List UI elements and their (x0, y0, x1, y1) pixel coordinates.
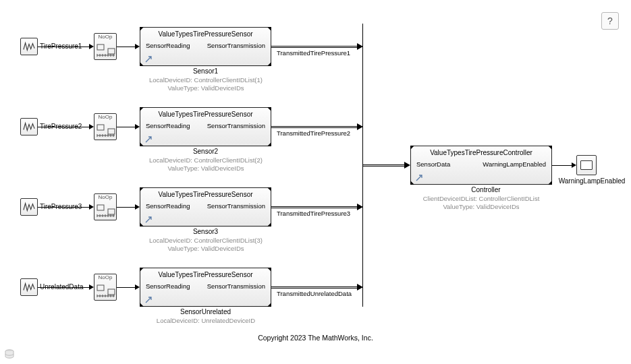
sensor-in-port: SensorReading (146, 42, 190, 49)
wire (38, 127, 92, 127)
sensor-param2-2: ValueType: ValidDeviceIDs (132, 164, 280, 173)
controller-param2: ValueType: ValidDeviceIDs (410, 203, 552, 211)
sensor-out-port: SensorTransmission (207, 42, 265, 49)
sensor-in-port: SensorReading (146, 122, 190, 129)
sensor-param1-4: LocalDeviceID: UnrelatedDeviceID (132, 317, 280, 325)
sensor-param1-1: LocalDeviceID: ControllerClientIDList(1) (132, 76, 280, 84)
signal-icon (23, 40, 35, 53)
link-icon (144, 296, 153, 304)
sensor-out-port: SensorTransmission (207, 122, 265, 129)
sensor-param1-2: LocalDeviceID: ControllerClientIDList(2) (132, 156, 280, 164)
sensor-in-port: SensorReading (146, 202, 190, 210)
link-icon (144, 135, 153, 144)
arrow-icon (89, 44, 94, 49)
bus-wire (271, 286, 359, 289)
arrow-icon (135, 284, 140, 290)
svg-rect-7 (108, 289, 115, 295)
bus-wire (271, 46, 359, 48)
copyright-text: Copyright 2023 The MathWorks, Inc. (0, 334, 631, 342)
wire (38, 287, 92, 288)
sensor-header: ValueTypesTirePressureSensor (140, 268, 271, 278)
scope-screen-icon (580, 160, 593, 170)
signal-icon (23, 201, 35, 213)
svg-rect-5 (108, 209, 115, 214)
signal-label-4: TransmittedUnrelatedData (277, 290, 352, 297)
source-block-2[interactable] (20, 118, 38, 135)
signal-icon (23, 121, 35, 133)
sensor-header: ValueTypesTirePressureSensor (140, 188, 271, 198)
bus-wire (271, 206, 359, 208)
arrow-icon (135, 44, 140, 49)
noop-label: NoOp (94, 274, 116, 280)
noop-block-1[interactable]: NoOp (94, 33, 117, 60)
svg-rect-0 (97, 44, 104, 50)
rate-transition-icon (96, 282, 116, 299)
sensor-name-4: SensorUnrelated (140, 308, 271, 315)
svg-rect-2 (97, 125, 104, 130)
source-block-1[interactable] (20, 38, 38, 55)
noop-block-4[interactable]: NoOp (94, 274, 117, 301)
sensor-out-port: SensorTransmission (207, 282, 265, 290)
database-icon (4, 349, 15, 360)
sensor-header: ValueTypesTirePressureSensor (140, 28, 271, 38)
rate-transition-icon (96, 42, 116, 58)
bus-arrow-icon (404, 162, 410, 169)
arrow-icon (135, 124, 140, 129)
signal-label-2: TransmittedTirePressure2 (277, 129, 350, 137)
noop-label: NoOp (94, 34, 116, 40)
link-icon (144, 55, 153, 63)
sensor-name-2: Sensor2 (140, 148, 271, 155)
sensor-header: ValueTypesTirePressureSensor (140, 108, 271, 118)
wire (38, 47, 92, 47)
rate-transition-icon (96, 202, 116, 218)
svg-rect-3 (108, 129, 115, 134)
sensor-block-3[interactable]: ValueTypesTirePressureSensor SensorReadi… (140, 187, 271, 226)
scope-block[interactable] (576, 155, 597, 175)
arrow-icon (572, 162, 576, 168)
arrow-icon (135, 204, 140, 210)
bus-wire (271, 126, 359, 128)
wire (38, 207, 92, 208)
wire (117, 287, 137, 288)
sensor-out-port: SensorTransmission (207, 202, 265, 210)
controller-out-port: WarningLampEnabled (483, 160, 546, 168)
bus-wire (362, 164, 406, 166)
source-block-3[interactable] (20, 198, 38, 216)
controller-name: Controller (415, 186, 557, 193)
signal-label-1: TransmittedTirePressure1 (277, 49, 350, 57)
signal-label-3: TransmittedTirePressure3 (277, 210, 350, 217)
noop-block-2[interactable]: NoOp (94, 113, 117, 140)
sensor-block-4[interactable]: ValueTypesTirePressureSensor SensorReadi… (140, 268, 271, 307)
svg-rect-6 (97, 285, 104, 291)
wire (117, 47, 137, 47)
help-button[interactable]: ? (601, 12, 619, 30)
sensor-name-3: Sensor3 (140, 228, 271, 235)
source-block-4[interactable] (20, 278, 38, 296)
sensor-block-2[interactable]: ValueTypesTirePressureSensor SensorReadi… (140, 107, 271, 146)
arrow-icon (89, 284, 94, 290)
controller-param1: ClientDeviceIDList: ControllerClientIDLi… (410, 195, 552, 203)
noop-block-3[interactable]: NoOp (94, 193, 117, 220)
link-icon (144, 216, 153, 224)
scope-label: WarningLampEnabled (555, 177, 629, 185)
sensor-in-port: SensorReading (146, 282, 190, 290)
signal-icon (23, 281, 35, 293)
svg-rect-1 (108, 49, 115, 54)
noop-label: NoOp (94, 114, 116, 120)
wire (117, 127, 137, 127)
arrow-icon (89, 124, 94, 129)
link-icon (415, 174, 423, 182)
noop-label: NoOp (94, 194, 116, 200)
arrow-icon (89, 204, 94, 210)
controller-header: ValueTypesTirePressureController (411, 146, 551, 156)
sensor-param2-3: ValueType: ValidDeviceIDs (132, 245, 280, 253)
sensor-param1-3: LocalDeviceID: ControllerClientIDList(3) (132, 237, 280, 245)
svg-rect-4 (97, 205, 104, 210)
wire (117, 207, 137, 208)
sensor-name-1: Sensor1 (140, 67, 271, 75)
rate-transition-icon (96, 122, 116, 138)
sensor-param2-1: ValueType: ValidDeviceIDs (132, 84, 280, 92)
controller-block[interactable]: ValueTypesTirePressureController SensorD… (410, 146, 552, 185)
sensor-block-1[interactable]: ValueTypesTirePressureSensor SensorReadi… (140, 27, 271, 66)
help-icon: ? (607, 16, 613, 26)
